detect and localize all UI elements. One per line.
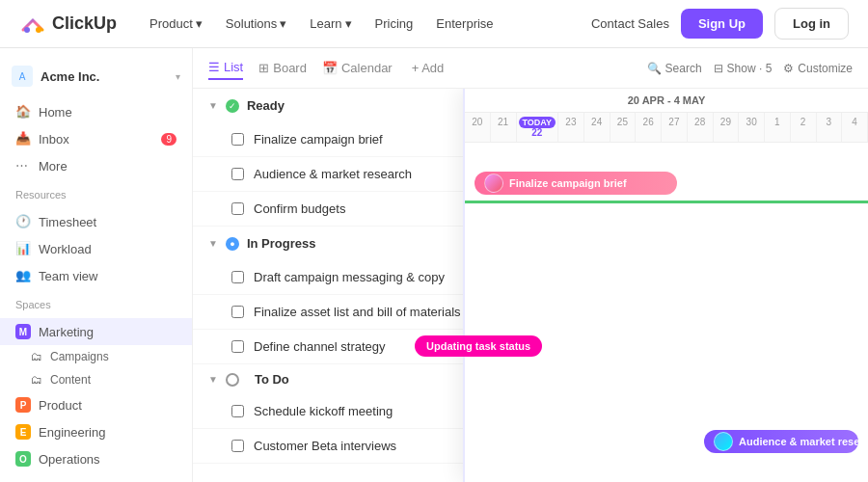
chevron-down-icon: ▾ (196, 16, 203, 31)
gear-icon: ⚙ (783, 62, 794, 75)
space-operations[interactable]: O Operations (0, 445, 192, 472)
space-marketing[interactable]: M Marketing (0, 318, 192, 345)
task-checkbox[interactable] (231, 306, 244, 318)
inbox-badge: 9 (161, 133, 176, 146)
todo-dot (226, 373, 239, 387)
home-icon: 🏠 (15, 104, 31, 120)
sidebar-item-inbox[interactable]: 📥 Inbox 9 (0, 125, 192, 152)
timesheet-icon: 🕐 (15, 214, 31, 229)
task-list: ▼ ✓ Ready ⊕ ✓ Finalize campaign brief 🚩 … (193, 89, 868, 482)
gantt-date: 30 (739, 113, 765, 142)
collapse-icon: ▼ (208, 374, 218, 385)
inprogress-dot: ● (226, 237, 239, 251)
show-action[interactable]: ⊟ Show · 5 (714, 62, 773, 75)
resources-label: Resources (0, 179, 192, 204)
list-icon: ☰ (208, 60, 220, 74)
workspace-avatar: A (12, 66, 33, 87)
gantt-date: 20 (465, 113, 491, 142)
view-toolbar: ☰ List ⊞ Board 📅 Calendar + Add 🔍 Search… (193, 48, 868, 89)
chevron-down-icon: ▾ (176, 71, 180, 82)
section-ready-name: Ready (247, 98, 285, 113)
space-product[interactable]: P Product (0, 391, 192, 418)
search-icon: 🔍 (647, 62, 662, 75)
contact-sales-button[interactable]: Contact Sales (591, 16, 669, 31)
collapse-icon: ▼ (208, 100, 218, 111)
task-checkbox[interactable] (231, 168, 244, 180)
gantt-chart: 20 APR - 4 MAY 20 21 TODAY 22 23 24 25 2… (463, 89, 868, 482)
section-inprogress-name: In Progress (247, 236, 316, 251)
teamview-icon: 👥 (15, 268, 31, 283)
signup-button[interactable]: Sign Up (681, 9, 763, 39)
gantt-body: Finalize campaign brief Audience & marke… (465, 143, 868, 482)
product-dot: P (15, 397, 31, 413)
workload-icon: 📊 (15, 241, 31, 256)
workspace-name: Acme Inc. (41, 69, 99, 84)
gantt-date: 2 (791, 113, 817, 142)
marketing-dot: M (15, 324, 31, 339)
task-checkbox[interactable] (231, 340, 244, 353)
avatar (714, 432, 733, 451)
customize-action[interactable]: ⚙ Customize (783, 62, 853, 75)
gantt-date: 1 (765, 113, 791, 142)
sub-content[interactable]: 🗂 Content (0, 368, 192, 391)
sidebar-item-timesheet[interactable]: 🕐 Timesheet (0, 208, 192, 235)
sidebar-item-workload[interactable]: 📊 Workload (0, 235, 192, 262)
space-engineering[interactable]: E Engineering (0, 418, 192, 445)
updating-task-status-tooltip: Updating task status (415, 335, 542, 357)
task-checkbox[interactable] (231, 271, 244, 283)
gantt-date: 25 (610, 113, 637, 142)
gantt-date: 21 (491, 113, 517, 142)
gantt-date: 4 (842, 113, 868, 142)
calendar-icon: 📅 (322, 61, 338, 75)
gantt-header: 20 APR - 4 MAY (465, 89, 868, 113)
gantt-date: 23 (558, 113, 584, 142)
gantt-date: 24 (584, 113, 610, 142)
sidebar-item-more[interactable]: ⋯ More (0, 152, 192, 179)
spaces-label: Spaces (0, 289, 192, 314)
search-action[interactable]: 🔍 Search (647, 62, 702, 75)
gantt-date: 28 (688, 113, 714, 142)
nav-learn[interactable]: Learn ▾ (310, 16, 351, 31)
workspace-header[interactable]: A Acme Inc. ▾ (0, 58, 192, 94)
nav-pricing[interactable]: Pricing (375, 16, 414, 31)
gantt-date-today: TODAY 22 (517, 113, 559, 142)
folder-icon: 🗂 (31, 350, 42, 363)
task-checkbox[interactable] (231, 405, 244, 417)
gantt-bar-finalize[interactable]: Finalize campaign brief (475, 172, 677, 195)
add-view-button[interactable]: + Add (412, 61, 445, 75)
gantt-bar-audience[interactable]: Audience & market research (704, 430, 858, 453)
sidebar-nav: 🏠 Home 📥 Inbox 9 ⋯ More (0, 98, 192, 179)
board-icon: ⊞ (258, 61, 269, 75)
tab-list[interactable]: ☰ List (208, 56, 243, 80)
section-todo-name: To Do (255, 372, 289, 387)
logo[interactable]: ClickUp (19, 11, 117, 38)
nav-solutions[interactable]: Solutions ▾ (226, 16, 286, 31)
content-area: ☰ List ⊞ Board 📅 Calendar + Add 🔍 Search… (193, 48, 868, 482)
chevron-down-icon: ▾ (345, 16, 352, 31)
sub-campaigns[interactable]: 🗂 Campaigns (0, 345, 192, 368)
tab-calendar[interactable]: 📅 Calendar (322, 57, 393, 79)
task-checkbox[interactable] (231, 202, 244, 215)
login-button[interactable]: Log in (774, 8, 849, 40)
operations-dot: O (15, 451, 31, 467)
gantt-dates: 20 21 TODAY 22 23 24 25 26 27 28 29 30 1… (465, 113, 868, 143)
tab-board[interactable]: ⊞ Board (258, 57, 307, 79)
view-actions: 🔍 Search ⊟ Show · 5 ⚙ Customize (647, 62, 853, 75)
gantt-date: 29 (714, 113, 740, 142)
sidebar: A Acme Inc. ▾ 🏠 Home 📥 Inbox 9 ⋯ More Re… (0, 48, 193, 482)
show-icon: ⊟ (714, 62, 723, 75)
sidebar-item-home[interactable]: 🏠 Home (0, 98, 192, 125)
gantt-date: 26 (636, 113, 662, 142)
sidebar-item-teamview[interactable]: 👥 Team view (0, 262, 192, 289)
nav-product[interactable]: Product ▾ (149, 16, 203, 31)
ready-dot: ✓ (226, 99, 239, 113)
task-checkbox[interactable] (231, 440, 244, 452)
top-navigation: ClickUp Product ▾ Solutions ▾ Learn ▾ Pr… (0, 0, 868, 48)
task-checkbox[interactable] (231, 133, 244, 146)
collapse-icon: ▼ (208, 238, 218, 249)
main-content: A Acme Inc. ▾ 🏠 Home 📥 Inbox 9 ⋯ More Re… (0, 48, 868, 482)
chevron-down-icon: ▾ (280, 16, 286, 31)
nav-enterprise[interactable]: Enterprise (436, 16, 493, 31)
gantt-date: 3 (817, 113, 843, 142)
spaces-list: M Marketing 🗂 Campaigns 🗂 Content P Prod… (0, 318, 192, 472)
